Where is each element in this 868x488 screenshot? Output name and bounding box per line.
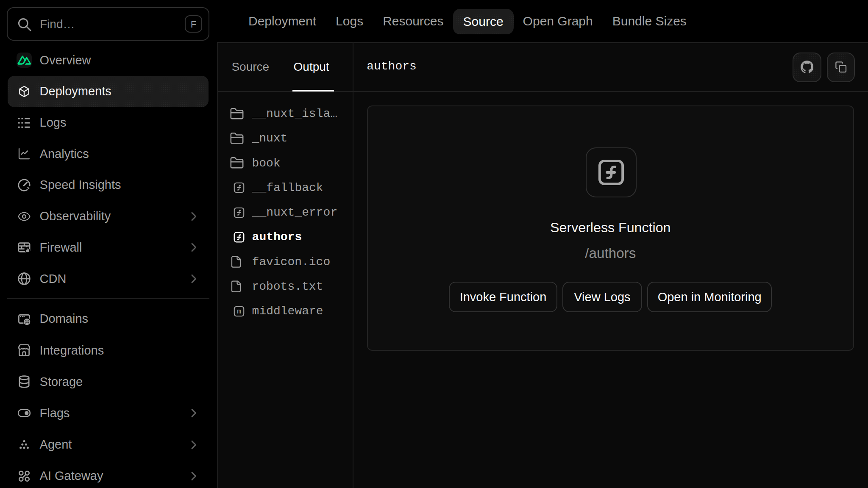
- svg-text:m: m: [237, 308, 241, 316]
